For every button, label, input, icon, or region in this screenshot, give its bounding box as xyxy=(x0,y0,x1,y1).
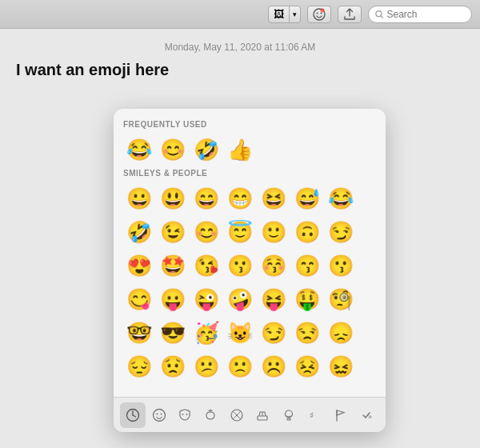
category-objects[interactable] xyxy=(276,402,302,428)
emoji-item[interactable]: 🤓 xyxy=(123,317,155,349)
category-food[interactable] xyxy=(198,402,223,428)
category-activities[interactable] xyxy=(224,402,250,428)
emoji-item[interactable]: 😏 xyxy=(325,216,357,248)
emoji-item[interactable]: 🧐 xyxy=(325,283,357,315)
svg-point-12 xyxy=(160,413,162,414)
emoji-item[interactable]: 😺 xyxy=(224,317,256,349)
emoji-row-1: 😀 😃 😄 😁 😆 😅 😂 xyxy=(123,182,376,214)
date-label: Monday, May 11, 2020 at 11:06 AM xyxy=(16,42,464,53)
svg-point-10 xyxy=(153,409,165,421)
emoji-item[interactable]: ☹️ xyxy=(258,350,290,382)
emoji-item[interactable]: 😉 xyxy=(157,216,189,248)
emoji-item[interactable]: 😅 xyxy=(291,182,323,214)
emoji-item[interactable]: 😂 xyxy=(123,134,155,166)
emoji-item[interactable]: 😒 xyxy=(291,317,323,349)
emoji-item[interactable]: 😍 xyxy=(123,250,155,282)
emoji-item[interactable]: 😆 xyxy=(258,182,290,214)
emoji-item[interactable]: 😗 xyxy=(224,250,256,282)
emoji-item[interactable]: 🤪 xyxy=(224,283,256,315)
emoji-row-2: 🤣 😉 😊 😇 🙂 🙃 😏 xyxy=(123,216,376,248)
category-more[interactable]: » xyxy=(354,402,379,428)
emoji-row-frequent: 😂 😊 🤣 👍 xyxy=(123,134,376,166)
main-content: Monday, May 11, 2020 at 11:06 AM I want … xyxy=(0,29,480,92)
message-text: I want an emoji here xyxy=(16,61,464,79)
svg-point-13 xyxy=(182,414,184,415)
emoji-item[interactable]: 😙 xyxy=(291,250,323,282)
emoji-item[interactable]: 😔 xyxy=(123,350,155,382)
emoji-item[interactable]: 😝 xyxy=(258,283,290,315)
category-animals[interactable] xyxy=(172,402,198,428)
emoji-item[interactable]: 😘 xyxy=(190,250,222,282)
emoji-item[interactable]: 🤣 xyxy=(123,216,155,248)
category-symbols[interactable]: ♯ xyxy=(302,402,327,428)
section-label-smileys: SMILEYS & PEOPLE xyxy=(123,169,376,178)
emoji-item[interactable]: 😁 xyxy=(224,182,256,214)
svg-text:»: » xyxy=(368,413,372,421)
emoji-item[interactable]: 🙁 xyxy=(224,350,256,382)
category-recent[interactable] xyxy=(120,402,146,428)
search-input[interactable] xyxy=(386,9,465,20)
image-button[interactable]: 🖼 ▾ xyxy=(268,6,301,23)
svg-line-9 xyxy=(133,415,136,417)
svg-rect-19 xyxy=(287,418,290,420)
category-travel[interactable] xyxy=(250,402,275,428)
category-flags[interactable] xyxy=(327,402,353,428)
category-smileys[interactable] xyxy=(146,402,172,428)
svg-line-6 xyxy=(381,15,383,18)
emoji-item[interactable]: 👍 xyxy=(224,134,256,166)
search-box[interactable] xyxy=(368,6,472,23)
emoji-item[interactable]: 😃 xyxy=(157,182,189,214)
share-button[interactable] xyxy=(338,6,362,23)
emoji-item[interactable]: 😎 xyxy=(157,317,189,349)
emoji-item[interactable]: 🤑 xyxy=(291,283,323,315)
emoji-row-4: 😋 😛 😜 🤪 😝 🤑 🧐 xyxy=(123,283,376,315)
toolbar: 🖼 ▾ + xyxy=(0,0,480,29)
emoji-item[interactable]: 😟 xyxy=(157,350,189,382)
svg-point-11 xyxy=(156,413,158,414)
emoji-row-3: 😍 🤩 😘 😗 😚 😙 😗 xyxy=(123,250,376,282)
emoji-item[interactable]: 😕 xyxy=(190,350,222,382)
emoji-item[interactable]: 😊 xyxy=(190,216,222,248)
emoji-item[interactable]: 🙃 xyxy=(291,216,323,248)
emoji-item[interactable]: 😄 xyxy=(190,182,222,214)
svg-rect-16 xyxy=(258,416,267,420)
emoji-item[interactable]: 🥳 xyxy=(190,317,222,349)
emoji-categories: ♯ » xyxy=(114,397,386,432)
emoji-picker: FREQUENTLY USED 😂 😊 🤣 👍 SMILEYS & PEOPLE… xyxy=(114,109,386,432)
emoji-item[interactable]: 🤣 xyxy=(190,134,222,166)
svg-text:♯: ♯ xyxy=(310,410,314,420)
image-icon: 🖼 xyxy=(269,6,290,22)
svg-point-1 xyxy=(317,12,318,14)
emoji-item[interactable]: 😖 xyxy=(325,350,357,382)
emoji-item[interactable]: 😜 xyxy=(190,283,222,315)
emoji-item[interactable]: 🙂 xyxy=(258,216,290,248)
emoji-item[interactable]: 😇 xyxy=(224,216,256,248)
emoji-item[interactable]: 🤩 xyxy=(157,250,189,282)
emoji-item[interactable]: 😚 xyxy=(258,250,290,282)
search-icon xyxy=(375,10,383,19)
emoji-picker-scroll[interactable]: FREQUENTLY USED 😂 😊 🤣 👍 SMILEYS & PEOPLE… xyxy=(114,109,386,397)
emoji-row-5: 🤓 😎 🥳 😺 😏 😒 😞 xyxy=(123,317,376,349)
section-label-frequent: FREQUENTLY USED xyxy=(123,120,376,129)
emoji-item[interactable]: 😛 xyxy=(157,283,189,315)
emoji-item[interactable]: 😣 xyxy=(291,350,323,382)
emoji-item[interactable]: 😋 xyxy=(123,283,155,315)
emoji-item[interactable]: 😀 xyxy=(123,182,155,214)
emoji-row-6: 😔 😟 😕 🙁 ☹️ 😣 😖 xyxy=(123,350,376,382)
emoji-button[interactable]: + xyxy=(307,6,331,23)
emoji-item[interactable]: 😞 xyxy=(325,317,357,349)
emoji-item[interactable]: 😏 xyxy=(258,317,290,349)
dropdown-arrow-icon: ▾ xyxy=(290,6,300,22)
emoji-item[interactable]: 😗 xyxy=(325,250,357,282)
svg-point-14 xyxy=(186,414,188,415)
emoji-item[interactable]: 😊 xyxy=(157,134,189,166)
emoji-item[interactable]: 😂 xyxy=(325,182,357,214)
